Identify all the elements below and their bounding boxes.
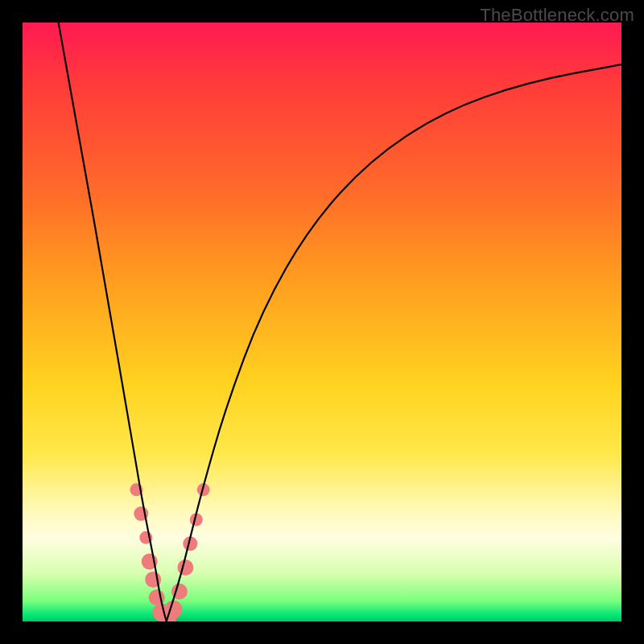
plot-area [23,23,621,621]
curve-left-branch [59,23,167,621]
chart-svg [23,23,621,621]
curve-right-branch [167,64,621,621]
bead-point [177,559,193,576]
outer-frame: TheBottleneck.com [0,0,644,644]
bead-point [165,601,183,618]
